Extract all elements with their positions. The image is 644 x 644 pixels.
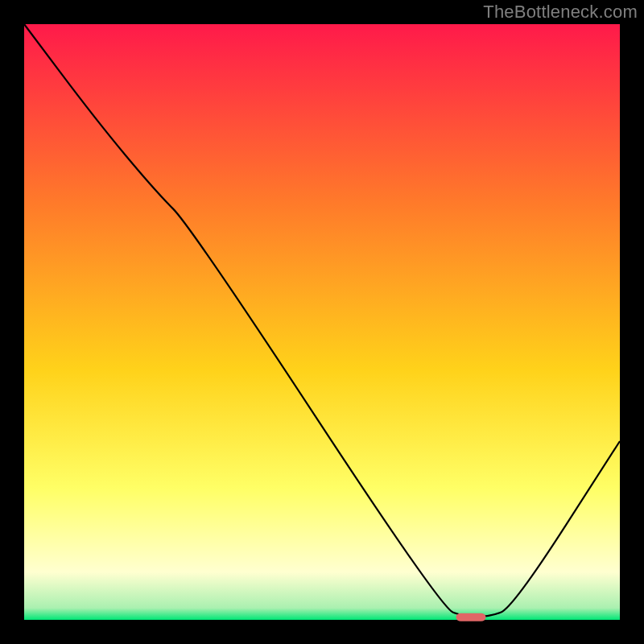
plot-background	[24, 24, 620, 620]
watermark-text: TheBottleneck.com	[483, 2, 638, 23]
bottleneck-chart	[0, 0, 644, 644]
optimal-marker	[456, 613, 486, 621]
chart-container: TheBottleneck.com	[0, 0, 644, 644]
